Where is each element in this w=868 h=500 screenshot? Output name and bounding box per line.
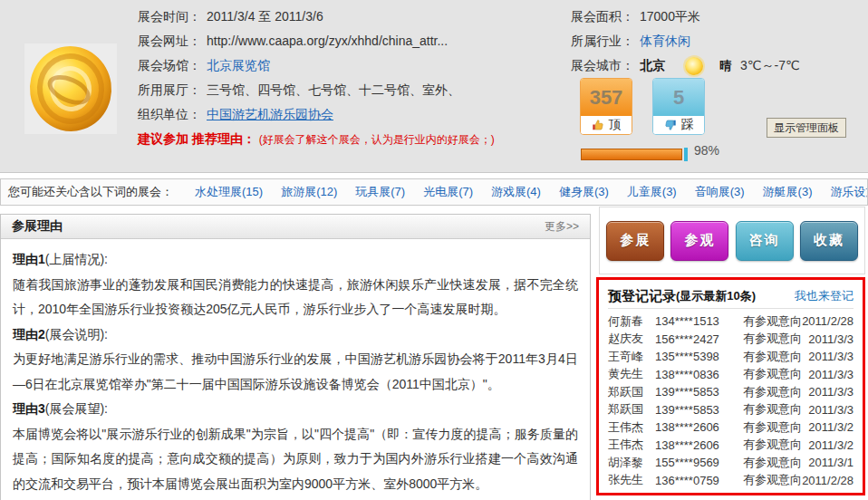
exhibition-url-row: 展会网址：http://www.caapa.org/zyx/xhhd/china… bbox=[138, 29, 495, 53]
vote-progress-down-segment bbox=[684, 148, 688, 161]
field-label: 组织单位： bbox=[138, 107, 201, 121]
field-label: 所属行业： bbox=[571, 34, 634, 48]
preregistration-title: 预登记记录 bbox=[608, 288, 676, 305]
reason-body: 随着我国旅游事业的蓬勃发展和国民消费能力的快速提高，旅游休闲娱乐产业快速发展，据… bbox=[13, 273, 578, 322]
registration-row: 郑跃国139****5853有参观意向2011/3/3 bbox=[608, 383, 854, 401]
exhibition-dates: 2011/3/4 至 2011/3/6 bbox=[207, 9, 323, 24]
exhibition-logo bbox=[24, 43, 117, 134]
registration-row: 黄先生138****0836有参观意向2011/3/3 bbox=[608, 366, 854, 384]
exhibition-info-right: 展会面积：17000平米 所属行业：体育休闲 展会城市：北京晴3℃～-7℃ bbox=[571, 5, 800, 78]
industry-link[interactable]: 体育休闲 bbox=[640, 34, 690, 48]
favorite-button[interactable]: 收藏 bbox=[800, 221, 858, 261]
vote-progress-bar bbox=[581, 149, 682, 160]
panel-title: 参展理由 bbox=[12, 218, 63, 235]
exhibition-city-row: 展会城市：北京晴3℃～-7℃ bbox=[571, 53, 800, 78]
registration-row: 何新春134****1513有参观意向2011/2/28 bbox=[608, 312, 854, 331]
vote-up-button[interactable]: 357 顶 bbox=[580, 78, 632, 135]
exhibition-url: http://www.caapa.org/zyx/xhhd/china_attr… bbox=[207, 34, 448, 48]
venue-link[interactable]: 北京展览馆 bbox=[207, 58, 270, 72]
registration-row: 王竒峰135****5398有参观意向2011/3/3 bbox=[608, 348, 854, 366]
related-tag-yacht[interactable]: 游艇展(3) bbox=[763, 184, 813, 200]
halls-value: 三号馆、四号馆、七号馆、十二号馆、室外、 bbox=[207, 82, 460, 97]
vote-up-count: 357 bbox=[581, 79, 632, 116]
exhibition-time-row: 展会时间：2011/3/4 至 2011/3/6 bbox=[138, 5, 495, 29]
related-exhibitions-bar: 您可能还关心含以下词的展会： 水处理展(15) 旅游展(12) 玩具展(7) 光… bbox=[0, 178, 868, 206]
exhibition-area-row: 展会面积：17000平米 bbox=[571, 5, 800, 29]
industry-row: 所属行业：体育休闲 bbox=[571, 29, 800, 53]
field-label: 展会网址： bbox=[138, 34, 201, 48]
action-buttons-box: 参展 参观 咨询 收藏 bbox=[599, 207, 865, 274]
registration-row: 赵庆友156****2427有参观意向2011/3/3 bbox=[608, 331, 854, 349]
reason-heading: 理由4(上届情况): bbox=[13, 496, 578, 500]
gold-medal-icon bbox=[24, 41, 117, 137]
reasons-panel-header: 参展理由 更多>> bbox=[1, 215, 590, 239]
exhibition-detail-page: 展会时间：2011/3/4 至 2011/3/6 展会网址：http://www… bbox=[0, 0, 868, 500]
recommendation-row: 建议参加 推荐理由： (好展会了解这个展会，认为是行业内的好展会；) bbox=[138, 127, 495, 151]
field-label: 展会时间： bbox=[138, 9, 201, 24]
related-tag-water[interactable]: 水处理展(15) bbox=[195, 184, 263, 200]
weather-text: 晴 bbox=[719, 53, 731, 78]
area-value: 17000平米 bbox=[640, 9, 700, 24]
exhibition-summary-section: 展会时间：2011/3/4 至 2011/3/6 展会网址：http://www… bbox=[0, 0, 868, 173]
field-label: 所用展厅： bbox=[138, 82, 201, 97]
reason-body: 本届博览会将以"展示游乐行业的创新成果"为宗旨，以"四个提高"（即：宣传力度的提… bbox=[13, 422, 578, 497]
city-value: 北京 bbox=[640, 53, 665, 78]
registration-row: 王伟杰138****2606有参观意向2011/3/2 bbox=[608, 437, 854, 455]
related-tag-optoelectronics[interactable]: 光电展(7) bbox=[423, 184, 473, 200]
thumb-down-icon bbox=[664, 119, 677, 131]
reasons-content: 理由1(上届情况): 随着我国旅游事业的蓬勃发展和国民消费能力的快速提高，旅游休… bbox=[1, 239, 590, 500]
register-link[interactable]: 我也来登记 bbox=[795, 288, 854, 304]
vote-down-count: 5 bbox=[653, 79, 704, 116]
reason-body: 为更好地满足游乐行业的需求、推动中国游乐行业的发展，中国游艺机游乐园协会将于20… bbox=[13, 347, 578, 397]
sun-weather-icon bbox=[685, 57, 703, 75]
preregistration-panel: 预登记记录 (显示最新10条) 我也来登记 何新春134****1513有参观意… bbox=[596, 277, 865, 495]
thumb-up-icon bbox=[592, 119, 604, 131]
recommendation-note: (好展会了解这个展会，认为是行业内的好展会；) bbox=[259, 133, 495, 146]
related-tag-amusement[interactable]: 游乐设施展(1) bbox=[830, 184, 868, 200]
related-tag-tourism[interactable]: 旅游展(12) bbox=[281, 184, 337, 200]
registration-row: 胡泽黎155****9569有参观意向2011/3/1 bbox=[608, 454, 854, 472]
registration-row: 张先生136****0759有参观意向2011/2/28 bbox=[608, 472, 854, 490]
exhibition-halls-row: 所用展厅：三号馆、四号馆、七号馆、十二号馆、室外、 bbox=[138, 78, 495, 102]
reasons-panel: 参展理由 更多>> 理由1(上届情况): 随着我国旅游事业的蓬勃发展和国民消费能… bbox=[0, 214, 591, 500]
visit-button[interactable]: 参观 bbox=[670, 221, 728, 261]
registration-list: 何新春134****1513有参观意向2011/2/28 赵庆友156****2… bbox=[608, 312, 854, 489]
reason-heading: 理由1(上届情况): bbox=[13, 247, 578, 273]
admin-panel-button[interactable]: 显示管理面板 bbox=[767, 118, 846, 138]
preregistration-header: 预登记记录 (显示最新10条) 我也来登记 bbox=[608, 284, 854, 309]
registration-row: 王伟杰138****2606有参观意向2011/3/2 bbox=[608, 418, 854, 437]
exhibition-venue-row: 展会场馆：北京展览馆 bbox=[138, 53, 495, 78]
organizer-row: 组织单位：中国游艺机游乐园协会 bbox=[138, 102, 495, 127]
vote-down-label: 踩 bbox=[681, 117, 694, 133]
vote-down-button[interactable]: 5 踩 bbox=[652, 78, 705, 135]
join-exhibit-button[interactable]: 参展 bbox=[606, 221, 664, 261]
related-tag-toys[interactable]: 玩具展(7) bbox=[355, 184, 405, 200]
registration-row: 郑跃国139****5853有参观意向2011/3/3 bbox=[608, 401, 854, 419]
vote-up-label: 顶 bbox=[609, 117, 622, 133]
related-tag-fitness[interactable]: 健身展(3) bbox=[559, 184, 609, 200]
related-label: 您可能还关心含以下词的展会： bbox=[8, 184, 173, 200]
field-label: 展会城市： bbox=[571, 53, 634, 78]
related-tag-audio[interactable]: 音响展(3) bbox=[695, 184, 745, 200]
preregistration-subtitle: (显示最新10条) bbox=[676, 288, 756, 304]
recommendation-label: 建议参加 推荐理由： bbox=[138, 131, 256, 146]
related-tag-games[interactable]: 游戏展(4) bbox=[491, 184, 541, 200]
more-link[interactable]: 更多>> bbox=[545, 219, 579, 235]
related-tag-children[interactable]: 儿童展(3) bbox=[627, 184, 677, 200]
exhibition-info-left: 展会时间：2011/3/4 至 2011/3/6 展会网址：http://www… bbox=[138, 5, 495, 151]
vote-percent: 98% bbox=[694, 143, 719, 158]
organizer-link[interactable]: 中国游艺机游乐园协会 bbox=[207, 107, 333, 121]
field-label: 展会面积： bbox=[571, 9, 634, 24]
reason-heading: 理由2(展会说明): bbox=[13, 322, 578, 348]
temperature-text: 3℃～-7℃ bbox=[740, 53, 800, 78]
consult-button[interactable]: 咨询 bbox=[736, 221, 794, 261]
field-label: 展会场馆： bbox=[138, 58, 201, 72]
reason-heading: 理由3(展会展望): bbox=[13, 397, 578, 422]
